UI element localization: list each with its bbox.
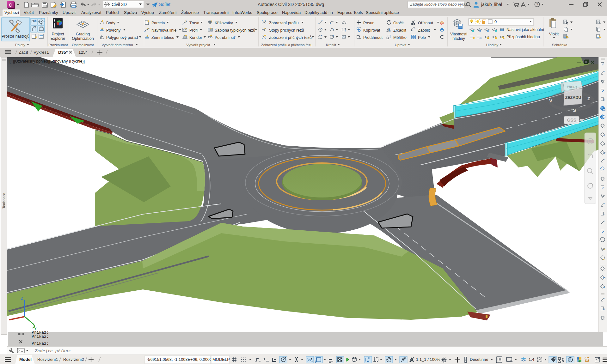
svg-text:hladiny: hladiny [452,36,465,41]
svg-text:Přizpůsobit hladinu: Přizpůsobit hladinu [506,35,540,39]
svg-text:Začít: Začít [19,50,28,55]
svg-text:Potrubní síť: Potrubní síť [215,35,235,40]
svg-text:Z: Z [21,296,23,300]
svg-text:1.4: 1.4 [529,357,534,362]
svg-text:Rozvržení2: Rozvržení2 [63,357,84,362]
svg-text:Prozkoumat: Prozkoumat [48,43,68,47]
svg-text:Trasa: Trasa [189,21,199,25]
svg-text:Vložit: Vložit [549,32,559,36]
svg-text:D35*: D35* [58,50,68,55]
svg-text:A: A [604,134,605,136]
svg-text:C: C [9,2,12,8]
svg-text:Zrcadlit: Zrcadlit [393,28,407,33]
svg-text:Zobrazení profilu a příčného ř: Zobrazení profilu a příčného řezu [261,43,312,47]
svg-text:Koridor: Koridor [189,35,202,40]
svg-text:GSS: GSS [567,118,576,123]
svg-text:Vytvořit data terénu: Vytvořit data terénu [101,43,133,47]
svg-text:ZEZADU: ZEZADU [565,95,581,100]
svg-text:Šablona typických řezů: Šablona typických řezů [215,28,255,33]
svg-text:Zaoblit: Zaoblit [418,28,430,33]
svg-text:Zemní těleso: Zemní těleso [151,35,174,40]
svg-text:Optimization: Optimization [72,36,94,41]
svg-text:0: 0 [494,19,497,24]
svg-text:Profil: Profil [189,28,198,33]
svg-text:Posun: Posun [363,21,374,25]
svg-text:Protáhnout: Protáhnout [363,35,383,40]
svg-text:Zobrazení příčných řezů: Zobrazení příčných řezů [269,35,312,40]
svg-text:Parcela: Parcela [151,21,165,25]
svg-text:Civil 3D: Civil 3D [112,2,127,7]
svg-text:Body: Body [106,21,115,25]
svg-text:jakub_libal: jakub_libal [481,2,502,7]
svg-text:Vytvořit projekt: Vytvořit projekt [186,43,210,47]
svg-text:Schránka: Schránka [552,43,567,47]
svg-text:Hladiny: Hladiny [486,43,499,47]
svg-text:[−][Uživatelský pohled][Stínov: [−][Uživatelský pohled][Stínovaný (Rychl… [9,59,85,64]
svg-text:Měřítko: Měřítko [393,35,407,40]
svg-text:-569151.0568, -1.1003E+06, 0.0: -569151.0568, -1.1003E+06, 0.0000 [147,357,212,362]
svg-text:Prostor nástrojů: Prostor nástrojů [2,34,29,39]
svg-text:MODELP: MODELP [212,357,230,362]
svg-text:Grading: Grading [76,32,90,36]
svg-text:Pole: Pole [418,35,426,40]
svg-text:V: V [549,98,552,103]
svg-text:Explorer: Explorer [51,36,65,41]
svg-text:Otočit: Otočit [393,21,404,25]
svg-text:Zadejte příkaz: Zadejte příkaz [34,349,71,354]
svg-text:Rozvržení1: Rozvržení1 [37,357,58,362]
svg-text:Povrchy: Povrchy [106,28,121,33]
svg-text:Project: Project [52,32,64,36]
svg-text:Z: Z [587,96,590,101]
svg-text:Autodesk Civil 3D 2025: Autodesk Civil 3D 2025 [258,2,305,7]
svg-text:Kopírovat: Kopírovat [363,28,380,33]
svg-text:Optimalizovat: Optimalizovat [72,43,94,47]
svg-text:?: ? [536,3,538,7]
svg-text:Vlastnosti: Vlastnosti [450,32,467,36]
svg-text:1:1_1 / 100%: 1:1_1 / 100% [416,357,440,362]
svg-text:Zadejte klíčové slovo nebo výr: Zadejte klíčové slovo nebo výraz. [410,2,469,7]
svg-text:Palety: Palety [15,43,25,47]
svg-text:Návrhová linie: Návrhová linie [151,28,176,33]
svg-text:Zobrazení profilu: Zobrazení profilu [269,21,299,25]
svg-text:Nastavit jako aktuální: Nastavit jako aktuální [506,27,544,32]
svg-text:Model: Model [19,357,32,362]
svg-text:S: S [573,107,576,113]
svg-text:D35.dwg: D35.dwg [306,2,324,7]
svg-text:Výkres1: Výkres1 [34,50,49,55]
svg-text:Kreslit: Kreslit [326,43,336,47]
svg-text:Upravit: Upravit [395,43,407,47]
svg-text:125*: 125* [78,50,88,55]
svg-text:Stopy příčných řezů: Stopy příčných řezů [269,28,304,33]
svg-text:Sdílet: Sdílet [159,2,170,7]
svg-text:Polygonový pořad: Polygonový pořad [106,35,138,40]
svg-text:Desetinné: Desetinné [470,357,488,362]
svg-text:Oříznout: Oříznout [418,21,433,25]
svg-text:Křižovatky: Křižovatky [215,21,233,25]
